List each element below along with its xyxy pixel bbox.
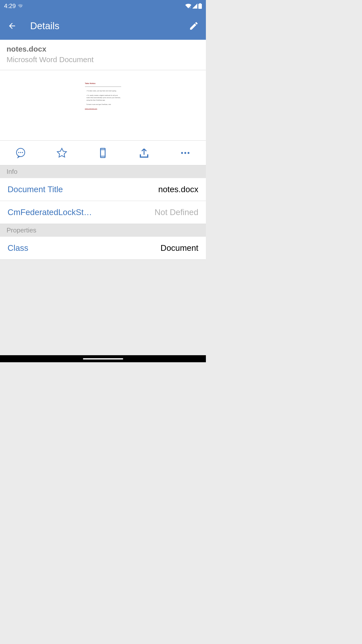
info-row-document-title[interactable]: Document Title notes.docx [0,178,206,201]
star-icon [56,147,67,158]
navigation-bar [0,355,206,362]
preview-link: www.onenote.com [85,108,121,109]
edit-button[interactable] [188,20,200,32]
row-value: Not Defined [155,208,198,217]
status-left: 4:29 ? [4,3,23,10]
svg-point-6 [18,152,19,153]
svg-point-12 [181,152,183,154]
svg-point-8 [22,152,23,153]
preview-footer: To learn more and get OneNote, visit [85,103,121,106]
mobile-icon [97,147,108,158]
row-label: Document Title [8,185,63,194]
svg-point-14 [188,152,189,154]
document-preview[interactable]: Take Notes • To take notes, just tap her… [0,70,206,141]
preview-doc-title: Take Notes [85,82,121,85]
svg-rect-4 [198,4,202,9]
row-value: notes.docx [158,185,198,194]
wifi-icon: ! [185,4,191,9]
info-row-federated-lock[interactable]: CmFederatedLockSt… Not Defined [0,201,206,224]
file-type: Microsoft Word Document [7,55,199,64]
nav-handle[interactable] [83,358,123,359]
favorite-button[interactable] [41,141,82,165]
svg-point-7 [20,152,21,153]
signal-icon [192,4,197,9]
pencil-icon [189,21,199,31]
back-button[interactable] [6,20,18,32]
preview-thumbnail: Take Notes • To take notes, just tap her… [83,80,123,126]
mobile-button[interactable] [82,141,124,165]
status-bar: 4:29 ? ! [0,0,206,12]
upload-button[interactable] [123,141,165,165]
preview-bullet-1: • To take notes, just tap here and start… [85,90,121,92]
more-horizontal-icon [180,147,191,158]
status-time: 4:29 [4,3,16,10]
file-name: notes.docx [7,45,199,53]
svg-text:!: ! [190,6,191,9]
preview-divider [85,87,121,87]
upload-icon [139,147,150,158]
row-label: Class [8,243,28,253]
action-toolbar [0,141,206,165]
row-label: CmFederatedLockSt… [8,208,92,217]
svg-text:?: ? [21,6,22,8]
status-right: ! [185,3,202,9]
file-header: notes.docx Microsoft Word Document [0,40,206,70]
app-bar: Details [0,12,206,40]
properties-row-class[interactable]: Class Document [0,237,206,260]
more-button[interactable] [165,141,206,165]
page-title: Details [30,21,188,31]
wifi-weak-icon: ? [18,4,23,8]
comment-button[interactable] [0,141,41,165]
section-header-info: Info [0,165,206,178]
comment-icon [15,147,26,158]
battery-icon [198,3,202,9]
svg-point-13 [184,152,186,154]
arrow-left-icon [8,21,17,30]
row-value: Document [161,243,198,253]
preview-bullet-2: • Or, easily create a digital notebook f… [85,94,121,102]
section-header-properties: Properties [0,224,206,237]
